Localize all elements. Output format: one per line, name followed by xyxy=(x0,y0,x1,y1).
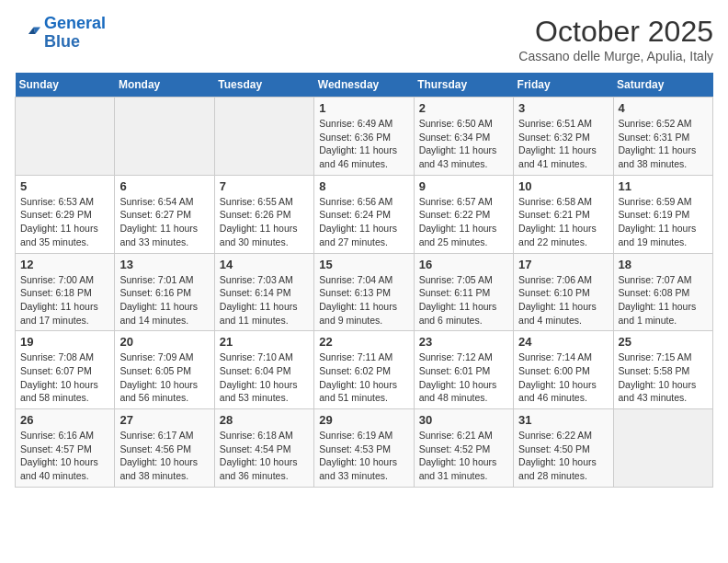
cell-info: Sunrise: 7:04 AM Sunset: 6:13 PM Dayligh… xyxy=(319,273,408,327)
calendar-cell: 30Sunrise: 6:21 AM Sunset: 4:52 PM Dayli… xyxy=(414,409,513,488)
calendar-cell: 25Sunrise: 7:15 AM Sunset: 5:58 PM Dayli… xyxy=(613,331,712,409)
cell-info: Sunrise: 6:51 AM Sunset: 6:32 PM Dayligh… xyxy=(518,117,608,171)
calendar-cell: 28Sunrise: 6:18 AM Sunset: 4:54 PM Dayli… xyxy=(214,409,313,488)
day-number: 26 xyxy=(20,413,109,427)
calendar-cell xyxy=(214,98,313,176)
calendar-cell: 24Sunrise: 7:14 AM Sunset: 6:00 PM Dayli… xyxy=(514,331,613,409)
day-number: 2 xyxy=(419,101,508,115)
day-number: 10 xyxy=(518,179,608,193)
day-number: 30 xyxy=(419,413,508,427)
calendar-cell: 23Sunrise: 7:12 AM Sunset: 6:01 PM Dayli… xyxy=(414,331,513,409)
calendar-cell: 12Sunrise: 7:00 AM Sunset: 6:18 PM Dayli… xyxy=(16,253,115,331)
calendar-cell xyxy=(613,409,712,488)
logo-line1: General xyxy=(44,14,106,32)
calendar-week-1: 1Sunrise: 6:49 AM Sunset: 6:36 PM Daylig… xyxy=(16,98,713,176)
calendar-cell: 7Sunrise: 6:55 AM Sunset: 6:26 PM Daylig… xyxy=(214,175,313,253)
cell-info: Sunrise: 6:59 AM Sunset: 6:19 PM Dayligh… xyxy=(619,195,708,249)
cell-info: Sunrise: 6:21 AM Sunset: 4:52 PM Dayligh… xyxy=(419,429,508,483)
calendar-cell: 5Sunrise: 6:53 AM Sunset: 6:29 PM Daylig… xyxy=(16,175,115,253)
calendar-cell: 9Sunrise: 6:57 AM Sunset: 6:22 PM Daylig… xyxy=(414,175,513,253)
cell-info: Sunrise: 7:03 AM Sunset: 6:14 PM Dayligh… xyxy=(220,273,309,327)
cell-info: Sunrise: 6:53 AM Sunset: 6:29 PM Dayligh… xyxy=(20,195,109,249)
calendar-cell: 10Sunrise: 6:58 AM Sunset: 6:21 PM Dayli… xyxy=(514,175,613,253)
day-header-wednesday: Wednesday xyxy=(314,73,414,98)
calendar-cell: 2Sunrise: 6:50 AM Sunset: 6:34 PM Daylig… xyxy=(414,98,513,176)
calendar-week-2: 5Sunrise: 6:53 AM Sunset: 6:29 PM Daylig… xyxy=(16,175,713,253)
calendar-cell: 20Sunrise: 7:09 AM Sunset: 6:05 PM Dayli… xyxy=(115,331,214,409)
cell-info: Sunrise: 7:00 AM Sunset: 6:18 PM Dayligh… xyxy=(20,273,109,327)
cell-info: Sunrise: 7:11 AM Sunset: 6:02 PM Dayligh… xyxy=(319,350,408,405)
cell-info: Sunrise: 6:50 AM Sunset: 6:34 PM Dayligh… xyxy=(419,117,508,171)
calendar-cell: 16Sunrise: 7:05 AM Sunset: 6:11 PM Dayli… xyxy=(414,253,513,331)
calendar-cell: 19Sunrise: 7:08 AM Sunset: 6:07 PM Dayli… xyxy=(16,331,115,409)
calendar-week-5: 26Sunrise: 6:16 AM Sunset: 4:57 PM Dayli… xyxy=(16,409,713,488)
logo-text: General Blue xyxy=(44,15,106,52)
day-number: 1 xyxy=(319,101,408,115)
day-header-sunday: Sunday xyxy=(16,73,115,98)
cell-info: Sunrise: 7:05 AM Sunset: 6:11 PM Dayligh… xyxy=(419,273,508,327)
cell-info: Sunrise: 7:15 AM Sunset: 5:58 PM Dayligh… xyxy=(619,350,708,405)
calendar-cell: 21Sunrise: 7:10 AM Sunset: 6:04 PM Dayli… xyxy=(214,331,313,409)
calendar-week-4: 19Sunrise: 7:08 AM Sunset: 6:07 PM Dayli… xyxy=(16,331,713,409)
calendar-cell: 18Sunrise: 7:07 AM Sunset: 6:08 PM Dayli… xyxy=(613,253,712,331)
calendar-cell: 29Sunrise: 6:19 AM Sunset: 4:53 PM Dayli… xyxy=(314,409,414,488)
day-header-monday: Monday xyxy=(115,73,214,98)
day-number: 24 xyxy=(518,335,608,349)
cell-info: Sunrise: 6:55 AM Sunset: 6:26 PM Dayligh… xyxy=(220,195,309,249)
calendar-cell: 8Sunrise: 6:56 AM Sunset: 6:24 PM Daylig… xyxy=(314,175,414,253)
calendar-week-3: 12Sunrise: 7:00 AM Sunset: 6:18 PM Dayli… xyxy=(16,253,713,331)
day-number: 9 xyxy=(419,179,508,193)
day-number: 17 xyxy=(518,258,608,271)
calendar-cell: 6Sunrise: 6:54 AM Sunset: 6:27 PM Daylig… xyxy=(115,175,214,253)
calendar-header-row: SundayMondayTuesdayWednesdayThursdayFrid… xyxy=(16,73,713,98)
logo: General Blue xyxy=(15,15,106,52)
day-number: 3 xyxy=(518,101,608,115)
cell-info: Sunrise: 6:16 AM Sunset: 4:57 PM Dayligh… xyxy=(20,429,109,483)
cell-info: Sunrise: 6:17 AM Sunset: 4:56 PM Dayligh… xyxy=(119,429,209,483)
cell-info: Sunrise: 7:08 AM Sunset: 6:07 PM Dayligh… xyxy=(20,350,109,405)
day-number: 23 xyxy=(419,335,508,349)
month-title: October 2025 xyxy=(518,15,713,49)
day-number: 4 xyxy=(619,101,708,115)
cell-info: Sunrise: 6:56 AM Sunset: 6:24 PM Dayligh… xyxy=(319,195,408,249)
day-number: 28 xyxy=(220,413,309,427)
day-number: 6 xyxy=(119,179,209,193)
calendar-cell: 17Sunrise: 7:06 AM Sunset: 6:10 PM Dayli… xyxy=(514,253,613,331)
title-block: October 2025 Cassano delle Murge, Apulia… xyxy=(518,15,713,63)
cell-info: Sunrise: 6:18 AM Sunset: 4:54 PM Dayligh… xyxy=(220,429,309,483)
calendar-table: SundayMondayTuesdayWednesdayThursdayFrid… xyxy=(15,73,713,488)
cell-info: Sunrise: 7:12 AM Sunset: 6:01 PM Dayligh… xyxy=(419,350,508,405)
cell-info: Sunrise: 6:19 AM Sunset: 4:53 PM Dayligh… xyxy=(319,429,408,483)
day-header-tuesday: Tuesday xyxy=(214,73,313,98)
calendar-cell: 14Sunrise: 7:03 AM Sunset: 6:14 PM Dayli… xyxy=(214,253,313,331)
calendar-cell: 4Sunrise: 6:52 AM Sunset: 6:31 PM Daylig… xyxy=(613,98,712,176)
cell-info: Sunrise: 7:09 AM Sunset: 6:05 PM Dayligh… xyxy=(119,350,209,405)
cell-info: Sunrise: 7:14 AM Sunset: 6:00 PM Dayligh… xyxy=(518,350,608,405)
day-number: 31 xyxy=(518,413,608,427)
cell-info: Sunrise: 6:57 AM Sunset: 6:22 PM Dayligh… xyxy=(419,195,508,249)
cell-info: Sunrise: 6:52 AM Sunset: 6:31 PM Dayligh… xyxy=(619,117,708,171)
day-header-thursday: Thursday xyxy=(414,73,513,98)
calendar-cell xyxy=(115,98,214,176)
calendar-cell: 13Sunrise: 7:01 AM Sunset: 6:16 PM Dayli… xyxy=(115,253,214,331)
cell-info: Sunrise: 7:01 AM Sunset: 6:16 PM Dayligh… xyxy=(119,273,209,327)
day-number: 12 xyxy=(20,258,109,271)
day-number: 14 xyxy=(220,258,309,271)
calendar-cell: 26Sunrise: 6:16 AM Sunset: 4:57 PM Dayli… xyxy=(16,409,115,488)
calendar-cell: 3Sunrise: 6:51 AM Sunset: 6:32 PM Daylig… xyxy=(514,98,613,176)
logo-line2: Blue xyxy=(44,32,80,51)
day-number: 15 xyxy=(319,258,408,271)
location-subtitle: Cassano delle Murge, Apulia, Italy xyxy=(518,49,713,63)
calendar-cell: 11Sunrise: 6:59 AM Sunset: 6:19 PM Dayli… xyxy=(613,175,712,253)
day-number: 8 xyxy=(319,179,408,193)
day-number: 5 xyxy=(20,179,109,193)
day-number: 27 xyxy=(119,413,209,427)
day-number: 7 xyxy=(220,179,309,193)
cell-info: Sunrise: 6:49 AM Sunset: 6:36 PM Dayligh… xyxy=(319,117,408,171)
calendar-cell: 27Sunrise: 6:17 AM Sunset: 4:56 PM Dayli… xyxy=(115,409,214,488)
day-number: 20 xyxy=(119,335,209,349)
calendar-cell: 22Sunrise: 7:11 AM Sunset: 6:02 PM Dayli… xyxy=(314,331,414,409)
cell-info: Sunrise: 6:54 AM Sunset: 6:27 PM Dayligh… xyxy=(119,195,209,249)
cell-info: Sunrise: 7:07 AM Sunset: 6:08 PM Dayligh… xyxy=(619,273,708,327)
logo-icon xyxy=(15,20,40,46)
